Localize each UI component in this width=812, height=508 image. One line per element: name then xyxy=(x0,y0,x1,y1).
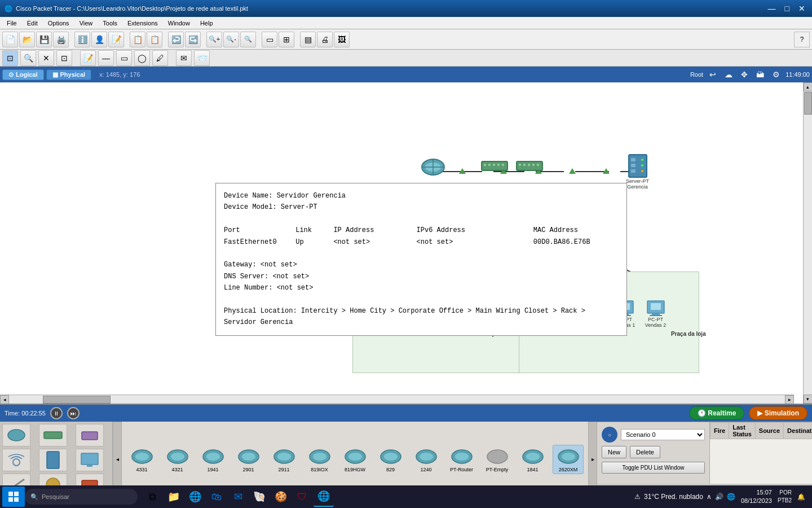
print2-button[interactable]: 🖨 xyxy=(317,32,333,47)
config-button[interactable]: ▤ xyxy=(300,32,316,47)
palette-cat-pcs[interactable] xyxy=(76,449,104,471)
new-button[interactable]: 📄 xyxy=(2,32,18,47)
notification-icon[interactable]: 🔔 xyxy=(797,493,805,501)
palette-item-2911[interactable]: 2911 xyxy=(268,446,299,472)
menu-extensions[interactable]: Extensions xyxy=(123,19,162,28)
hscroll-left-arrow[interactable]: ◂ xyxy=(0,395,9,404)
vscroll-track[interactable] xyxy=(804,91,812,395)
palette-cat-hubs[interactable] xyxy=(76,424,104,446)
menu-window[interactable]: Window xyxy=(164,19,195,28)
taskview-button[interactable]: ⧉ xyxy=(142,487,162,507)
volume-icon[interactable]: 🔊 xyxy=(715,493,723,501)
open-button[interactable]: 📂 xyxy=(19,32,35,47)
palette-item-2620xm[interactable]: 2620XM xyxy=(553,445,584,474)
switch-2[interactable] xyxy=(515,159,544,173)
ellipse-tool[interactable]: ◯ xyxy=(134,50,150,66)
explorer-app[interactable]: 📁 xyxy=(164,487,184,507)
complex-pdu-tool[interactable]: 📨 xyxy=(194,50,210,66)
save-button[interactable]: 💾 xyxy=(36,32,52,47)
cookie-app[interactable]: 🍪 xyxy=(271,487,291,507)
paste-button[interactable]: 📋 xyxy=(147,32,162,47)
temp-weather[interactable]: 31°C Pred. nublado xyxy=(644,493,703,501)
simple-pdu-tool[interactable]: ✉ xyxy=(176,50,192,66)
menu-edit[interactable]: Edit xyxy=(23,19,42,28)
zoom-reset-button[interactable]: 🔍 xyxy=(240,32,256,47)
menu-tools[interactable]: Tools xyxy=(98,19,122,28)
note-button[interactable]: 📝 xyxy=(108,32,124,47)
palette-item-819hgw[interactable]: 819HGW xyxy=(339,446,370,472)
inspect-tool[interactable]: ⊡ xyxy=(56,50,72,66)
palette-item-1941[interactable]: 1941 xyxy=(197,446,228,472)
logical-view-button[interactable]: ⊙ Logical xyxy=(2,69,44,80)
undo-button[interactable]: ↩️ xyxy=(168,32,184,47)
step-button[interactable]: ⏭ xyxy=(67,407,80,419)
help-button[interactable]: ? xyxy=(794,32,810,47)
menu-file[interactable]: File xyxy=(2,19,21,28)
minimize-button[interactable]: — xyxy=(766,4,778,13)
line-tool[interactable]: — xyxy=(98,50,114,66)
hscroll-right-arrow[interactable]: ▸ xyxy=(785,395,794,404)
hscroll-thumb[interactable] xyxy=(43,396,111,404)
menu-help[interactable]: Help xyxy=(196,19,218,28)
switch-1[interactable] xyxy=(480,159,509,173)
edge-app[interactable]: 🌐 xyxy=(185,487,205,507)
maximize-button[interactable]: □ xyxy=(783,4,792,13)
palette-item-4331[interactable]: 4331 xyxy=(126,446,157,472)
network-canvas[interactable]: Server-PTGerencia PC-PTADM Dep. PC-PTVen… xyxy=(0,82,803,404)
landscape-icon[interactable]: 🏔 xyxy=(754,68,766,81)
network-icon[interactable]: 🌐 xyxy=(727,493,735,501)
router-device[interactable] xyxy=(420,157,446,177)
palette-item-pt-empty[interactable]: PT-Empty xyxy=(482,446,513,472)
vscroll-up-arrow[interactable]: ▴ xyxy=(804,82,813,91)
new-scenario-button[interactable]: New xyxy=(602,446,626,458)
menu-view[interactable]: View xyxy=(75,19,98,28)
view-button[interactable]: ▭ xyxy=(262,32,277,47)
mail-app[interactable]: ✉ xyxy=(228,487,248,507)
palette-cat-servers[interactable] xyxy=(39,449,67,471)
scenario-indicator[interactable]: ○ xyxy=(602,427,617,443)
zoom-out-button[interactable]: 🔍- xyxy=(223,32,239,47)
palette-item-pt-router[interactable]: PT-Router xyxy=(446,446,477,472)
start-button[interactable] xyxy=(2,487,25,507)
palette-item-1841[interactable]: 1841 xyxy=(517,446,548,472)
zoom-tool[interactable]: 🔍 xyxy=(20,50,36,66)
delete-scenario-button[interactable]: Delete xyxy=(630,446,660,458)
clock-display[interactable]: 15:07 08/12/2023 xyxy=(741,488,772,506)
palette-cat-switches[interactable] xyxy=(39,424,67,446)
server-gerencia[interactable]: Server-PTGerencia xyxy=(626,154,649,190)
info-button[interactable]: ℹ️ xyxy=(74,32,90,47)
palette-cat-routers[interactable] xyxy=(2,424,30,446)
palette-item-829[interactable]: 829 xyxy=(375,446,406,472)
cloud-icon[interactable]: ☁ xyxy=(722,68,735,81)
hscroll-track[interactable] xyxy=(9,395,785,404)
vscroll-thumb[interactable] xyxy=(804,92,812,115)
vscroll-down-arrow[interactable]: ▾ xyxy=(804,395,813,404)
palette-item-2901[interactable]: 2901 xyxy=(233,446,264,472)
back-navigation-icon[interactable]: ↩ xyxy=(707,68,719,81)
note-tool[interactable]: 📝 xyxy=(80,50,96,66)
shell-app[interactable]: 🐚 xyxy=(249,487,270,507)
user-button[interactable]: 👤 xyxy=(91,32,107,47)
chevron-icon[interactable]: ∧ xyxy=(707,493,712,501)
delete-tool[interactable]: ✕ xyxy=(38,50,54,66)
redo-button[interactable]: ↪️ xyxy=(185,32,201,47)
background-button[interactable]: 🖼 xyxy=(334,32,350,47)
palette-item-819iox[interactable]: 819IOX xyxy=(304,446,335,472)
palette-item-4321[interactable]: 4321 xyxy=(162,446,193,472)
security-app[interactable]: 🛡 xyxy=(292,487,312,507)
print-button[interactable]: 🖨️ xyxy=(53,32,69,47)
pause-button[interactable]: ⏸ xyxy=(50,407,63,419)
network-tray-icon[interactable]: ⚠ xyxy=(634,493,641,501)
menu-options[interactable]: Options xyxy=(43,19,74,28)
zoom-in-button[interactable]: 🔍+ xyxy=(206,32,222,47)
physical-view-button[interactable]: ▦ Physical xyxy=(46,69,92,80)
move-icon[interactable]: ✥ xyxy=(738,68,751,81)
rect-tool[interactable]: ▭ xyxy=(116,50,132,66)
scenario-select[interactable]: Scenario 0 xyxy=(621,429,705,440)
store-app[interactable]: 🛍 xyxy=(206,487,227,507)
palette-item-1240[interactable]: 1240 xyxy=(411,446,442,472)
simulation-mode-button[interactable]: ▶ Simulation xyxy=(749,406,807,420)
close-button[interactable]: ✕ xyxy=(796,4,807,13)
grid-button[interactable]: ⊞ xyxy=(279,32,294,47)
taskbar-search[interactable]: 🔍 Pesquisar xyxy=(25,489,138,505)
